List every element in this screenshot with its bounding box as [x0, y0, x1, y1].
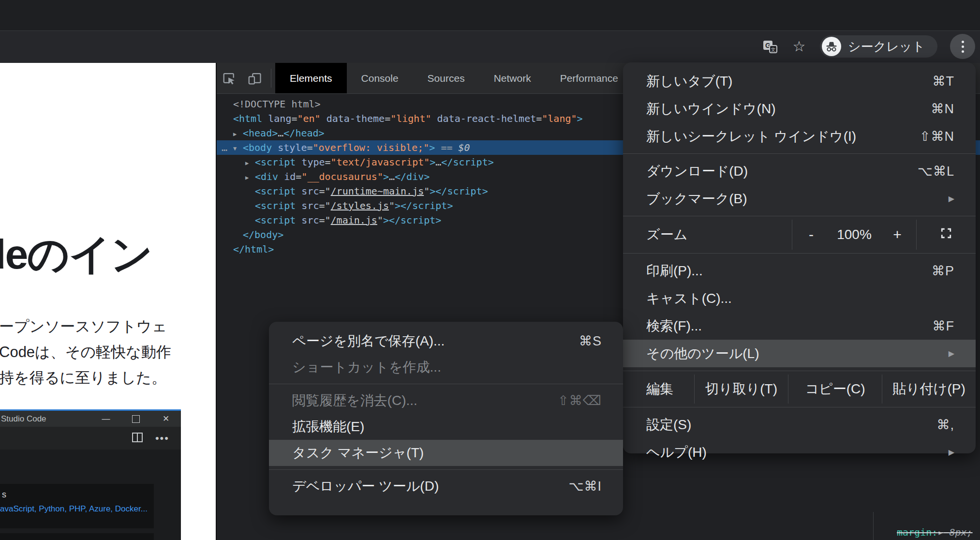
menu-item-label: キャスト(C)... — [646, 289, 954, 308]
code-token: = — [325, 156, 331, 168]
tab-network[interactable]: Network — [479, 63, 546, 93]
code-token: ></script> — [430, 185, 488, 197]
incognito-label: シークレット — [848, 38, 925, 55]
menu-item: 閲覧履歴を消去(C)...⇧⌘⌫ — [269, 388, 623, 414]
translate-icon[interactable]: G 文 — [762, 38, 778, 55]
code-token: <head> — [243, 127, 278, 139]
code-token: > — [429, 142, 435, 153]
split-editor-icon — [132, 433, 143, 444]
code-token — [296, 200, 301, 211]
tab-elements[interactable]: Elements — [275, 63, 347, 93]
menu-item-label: デベロッパー ツール(D) — [292, 477, 568, 495]
menu-item[interactable]: 印刷(P)...⌘P — [623, 257, 976, 285]
paragraph-line: ープンソースソフトウェ — [0, 314, 171, 339]
code-token: data-react-helmet — [437, 113, 536, 124]
menu-shortcut: ⌥⌘L — [918, 164, 954, 179]
code-token: = — [536, 113, 542, 124]
node-options-dots[interactable]: … — [222, 140, 227, 155]
more-tools-submenu: ページを別名で保存(A)...⌘Sショートカットを作成...閲覧履歴を消去(C)… — [269, 322, 623, 515]
menu-separator — [623, 153, 976, 154]
menu-item-label: 印刷(P)... — [646, 262, 932, 280]
menu-item[interactable]: タスク マネージャ(T) — [269, 440, 623, 466]
menu-item[interactable]: ブックマーク(B)▶ — [623, 185, 976, 212]
code-token: … — [389, 171, 395, 182]
zoom-out-button[interactable]: - — [792, 220, 830, 250]
expand-arrow-icon[interactable]: ▶ — [233, 127, 243, 141]
menu-item[interactable]: 新しいウインドウ(N)⌘N — [623, 95, 976, 122]
code-token: /main.js — [331, 214, 377, 226]
fullscreen-button[interactable] — [917, 220, 976, 250]
tab-console[interactable]: Console — [347, 63, 413, 93]
bookmark-star-icon[interactable]: ☆ — [791, 38, 807, 55]
code-token — [296, 185, 301, 197]
menu-item[interactable]: その他のツール(L)▶ — [623, 340, 976, 367]
minimize-icon: — — [91, 411, 121, 427]
code-token: ></script> — [383, 214, 441, 226]
code-token: src — [301, 200, 319, 211]
menu-separator — [269, 469, 623, 470]
menu-item[interactable]: 新しいシークレット ウインドウ(I)⇧⌘N — [623, 122, 976, 150]
menu-item-label: ブックマーク(B) — [646, 190, 940, 208]
menu-item[interactable]: コピー(C) — [788, 375, 882, 404]
maximize-icon — [121, 411, 151, 427]
code-token: </div> — [395, 171, 430, 182]
code-token: " — [377, 214, 383, 226]
menu-shortcut: ⇧⌘⌫ — [558, 393, 602, 408]
menu-item[interactable]: キャスト(C)... — [623, 285, 976, 312]
tab-sources[interactable]: Sources — [413, 63, 479, 93]
menu-item-label: 新しいウインドウ(N) — [646, 100, 931, 118]
css-declaration-overridden: margin:▸ 8px; — [874, 526, 980, 538]
expand-arrow-icon[interactable]: ▶ — [245, 156, 255, 170]
tab-performance[interactable]: Performance — [546, 63, 633, 93]
menu-separator — [269, 384, 623, 384]
menu-item[interactable]: 検索(F)...⌘F — [623, 312, 976, 340]
browser-chrome: G 文 ☆ シークレット — [0, 0, 980, 63]
menu-item[interactable]: デベロッパー ツール(D)⌥⌘I — [269, 473, 623, 499]
code-token: <div — [255, 171, 278, 182]
menu-item[interactable]: 切り取り(T) — [694, 375, 788, 404]
code-token — [262, 113, 268, 124]
code-token — [321, 113, 327, 124]
code-token: <script — [255, 185, 296, 197]
menu-separator — [623, 407, 976, 407]
code-token: … — [278, 127, 283, 139]
code-token: "light" — [390, 113, 431, 124]
menu-item-label: ページを別名で保存(A)... — [292, 332, 579, 350]
menu-item[interactable]: ダウンロード(D)⌥⌘L — [623, 157, 976, 185]
menu-shortcut: ⌘S — [579, 333, 602, 349]
menu-separator — [623, 371, 976, 371]
menu-item[interactable]: ページを別名で保存(A)...⌘S — [269, 328, 623, 354]
code-token: </html> — [233, 243, 274, 255]
menu-item[interactable]: 貼り付け(P) — [882, 375, 976, 404]
menu-item: ショートカットを作成... — [269, 354, 623, 380]
code-token: = — [307, 142, 312, 153]
page-paragraph: ープンソースソフトウェ Codeは、その軽快な動作 持を得るに至りました。 — [0, 314, 171, 390]
code-token: = — [291, 113, 297, 124]
browser-app-menu: 新しいタブ(T)⌘T新しいウインドウ(N)⌘N新しいシークレット ウインドウ(I… — [623, 62, 976, 453]
expand-arrow-icon[interactable]: ▶ — [245, 170, 255, 185]
code-token: src — [301, 185, 319, 197]
paragraph-line: 持を得るに至りました。 — [0, 365, 171, 390]
menu-item-label: 設定(S) — [646, 416, 936, 434]
incognito-badge: シークレット — [820, 35, 937, 58]
menu-item[interactable]: 新しいタブ(T)⌘T — [623, 67, 976, 95]
menu-shortcut: ⌘F — [933, 318, 955, 334]
menu-item[interactable]: ヘルプ(H)▶ — [623, 438, 976, 466]
menu-item[interactable]: 拡張機能(E) — [269, 414, 623, 440]
code-token — [272, 142, 278, 153]
zoom-in-button[interactable]: + — [878, 220, 916, 250]
collapse-arrow-icon[interactable]: ▼ — [233, 141, 243, 156]
app-menu-edit-row: 編集切り取り(T)コピー(C)貼り付け(P) — [623, 375, 976, 404]
zoom-label: ズーム — [623, 220, 792, 250]
code-token: $0 — [459, 142, 470, 153]
code-token: "text/javascript" — [331, 156, 430, 168]
menu-item-label: タスク マネージャ(T) — [292, 444, 602, 462]
inspect-element-icon[interactable] — [217, 63, 242, 93]
close-icon: ✕ — [151, 411, 181, 427]
code-token: > — [383, 171, 389, 182]
fullscreen-icon — [940, 227, 952, 242]
menu-item[interactable]: 設定(S)⌘, — [623, 411, 976, 438]
browser-menu-button[interactable] — [950, 34, 975, 59]
device-toolbar-icon[interactable] — [242, 63, 267, 93]
submenu-arrow-icon: ▶ — [949, 349, 954, 358]
